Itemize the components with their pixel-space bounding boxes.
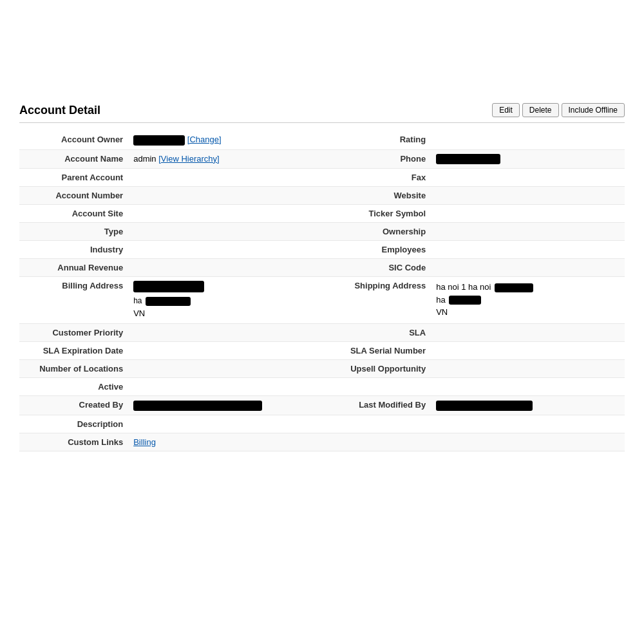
table-row: Description: [19, 415, 625, 433]
value-type: [128, 223, 322, 241]
value-phone: [431, 149, 625, 169]
value-sla-serial-number: [431, 342, 625, 360]
page-container: Account Detail Edit Delete Include Offli…: [0, 0, 644, 471]
label-ticker-symbol: Ticker Symbol: [322, 205, 431, 223]
label-active: Active: [19, 378, 128, 396]
label-parent-account: Parent Account: [19, 169, 128, 187]
value-billing-address: ha VN: [128, 277, 322, 324]
table-row: Active: [19, 378, 625, 396]
label-sla-serial-number: SLA Serial Number: [322, 342, 431, 360]
value-account-site: [128, 205, 322, 223]
value-last-modified-by: [431, 396, 625, 415]
label-empty-15: [322, 415, 431, 433]
delete-button[interactable]: Delete: [522, 103, 559, 117]
value-employees: [431, 241, 625, 259]
label-upsell-opportunity: Upsell Opportunity: [322, 360, 431, 378]
table-row: Number of Locations Upsell Opportunity: [19, 360, 625, 378]
table-row: Industry Employees: [19, 241, 625, 259]
change-link[interactable]: [Change]: [187, 135, 222, 144]
table-row: Account Site Ticker Symbol: [19, 205, 625, 223]
label-rating: Rating: [322, 131, 431, 149]
table-row: Account Number Website: [19, 187, 625, 205]
table-row: Parent Account Fax: [19, 169, 625, 187]
table-row: Billing Address ha VN Shipping Address h…: [19, 277, 625, 324]
table-row: SLA Expiration Date SLA Serial Number: [19, 342, 625, 360]
redacted-billing-2: [146, 297, 191, 306]
value-customer-priority: [128, 324, 322, 342]
label-account-site: Account Site: [19, 205, 128, 223]
table-row: Type Ownership: [19, 223, 625, 241]
include-offline-button[interactable]: Include Offline: [562, 103, 625, 117]
value-active: [128, 378, 322, 396]
label-custom-links: Custom Links: [19, 433, 128, 451]
view-hierarchy-link[interactable]: [View Hierarchy]: [158, 154, 219, 164]
value-annual-revenue: [128, 259, 322, 277]
edit-button[interactable]: Edit: [492, 103, 520, 117]
page-title: Account Detail: [19, 104, 100, 117]
value-empty-15: [431, 415, 625, 433]
label-billing-address: Billing Address: [19, 277, 128, 324]
label-phone: Phone: [322, 149, 431, 169]
billing-link[interactable]: Billing: [133, 437, 156, 447]
value-upsell-opportunity: [431, 360, 625, 378]
redacted-shipping-2: [449, 296, 481, 305]
label-empty-16: [322, 433, 431, 451]
label-empty-13: [322, 378, 431, 396]
label-sla: SLA: [322, 324, 431, 342]
label-annual-revenue: Annual Revenue: [19, 259, 128, 277]
value-sla-expiration-date: [128, 342, 322, 360]
label-account-name: Account Name: [19, 149, 128, 169]
label-sic-code: SIC Code: [322, 259, 431, 277]
label-shipping-address: Shipping Address: [322, 277, 431, 324]
account-detail-header: Account Detail Edit Delete Include Offli…: [19, 103, 625, 123]
value-ownership: [431, 223, 625, 241]
label-website: Website: [322, 187, 431, 205]
value-shipping-address: ha noi 1 ha noi ha VN: [431, 277, 625, 324]
value-industry: [128, 241, 322, 259]
redacted-shipping-1: [495, 283, 533, 292]
label-account-number: Account Number: [19, 187, 128, 205]
redacted-phone: [436, 154, 500, 164]
value-rating: [431, 131, 625, 149]
label-customer-priority: Customer Priority: [19, 324, 128, 342]
value-custom-links: Billing: [128, 433, 322, 451]
table-row: Customer Priority SLA: [19, 324, 625, 342]
label-type: Type: [19, 223, 128, 241]
label-sla-expiration-date: SLA Expiration Date: [19, 342, 128, 360]
value-website: [431, 187, 625, 205]
label-description: Description: [19, 415, 128, 433]
value-description: [128, 415, 322, 433]
table-row: Account Name admin [View Hierarchy] Phon…: [19, 149, 625, 169]
redacted-last-modified-by: [436, 401, 533, 411]
label-fax: Fax: [322, 169, 431, 187]
value-sic-code: [431, 259, 625, 277]
redacted-owner: [133, 135, 185, 146]
label-last-modified-by: Last Modified By: [322, 396, 431, 415]
detail-table: Account Owner [Change] Rating Account Na…: [19, 131, 625, 451]
value-fax: [431, 169, 625, 187]
value-sla: [431, 324, 625, 342]
redacted-billing-1: [133, 281, 204, 292]
header-buttons: Edit Delete Include Offline: [492, 103, 625, 117]
label-industry: Industry: [19, 241, 128, 259]
value-account-number: [128, 187, 322, 205]
table-row: Created By Last Modified By: [19, 396, 625, 415]
value-account-name: admin [View Hierarchy]: [128, 149, 322, 169]
value-created-by: [128, 396, 322, 415]
value-account-owner: [Change]: [128, 131, 322, 149]
value-empty-16: [431, 433, 625, 451]
label-created-by: Created By: [19, 396, 128, 415]
label-account-owner: Account Owner: [19, 131, 128, 149]
value-number-of-locations: [128, 360, 322, 378]
redacted-created-by: [133, 401, 262, 411]
table-row: Custom Links Billing: [19, 433, 625, 451]
label-number-of-locations: Number of Locations: [19, 360, 128, 378]
table-row: Annual Revenue SIC Code: [19, 259, 625, 277]
label-employees: Employees: [322, 241, 431, 259]
value-empty-13: [431, 378, 625, 396]
label-ownership: Ownership: [322, 223, 431, 241]
value-ticker-symbol: [431, 205, 625, 223]
value-parent-account: [128, 169, 322, 187]
table-row: Account Owner [Change] Rating: [19, 131, 625, 149]
